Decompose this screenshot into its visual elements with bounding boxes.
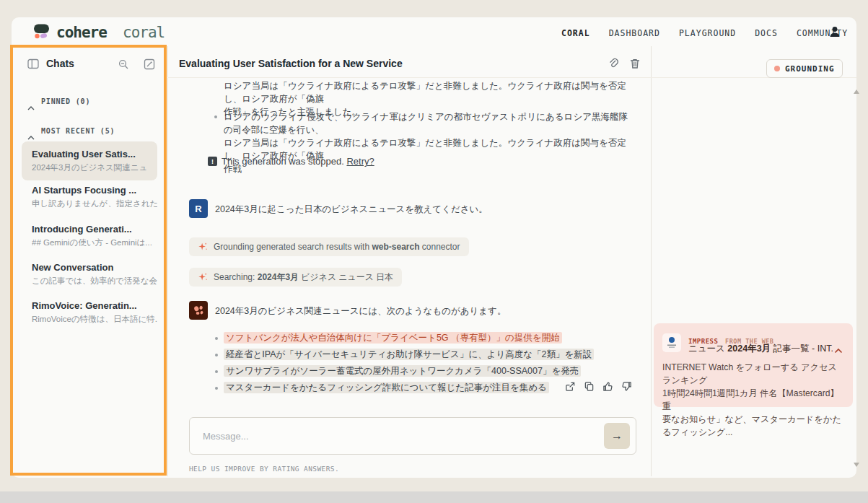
bot-bullet-citation[interactable]: ソフトバンクが法人や自治体向けに「プライベート5G （専有型）」の提供を開始 bbox=[224, 331, 562, 344]
chat-item-preview: RimoVoiceの特徴は、日本語に特... bbox=[32, 314, 157, 325]
chat-item-preview: 2024年3月のビジネス関連ニュース... bbox=[32, 162, 147, 173]
bot-message-intro: 2024年3月のビジネス関連ニュースには、次のようなものがあります。 bbox=[215, 305, 506, 318]
message-actions bbox=[565, 381, 632, 392]
pill-text-prefix: Grounding generated search results with bbox=[214, 242, 372, 252]
conversation-title: Evaluating User Satisfaction for a New S… bbox=[179, 58, 403, 69]
pill-text-suffix: ビジネス ニュース 日本 bbox=[299, 272, 393, 282]
grounding-button[interactable]: GROUNDING bbox=[766, 59, 843, 78]
chat-item-title: Evaluating User Satis... bbox=[32, 149, 147, 159]
pill-text-suffix: connector bbox=[420, 242, 460, 252]
nav-link-coral[interactable]: CORAL bbox=[561, 28, 590, 38]
retry-link[interactable]: Retry? bbox=[346, 156, 374, 167]
product-name: coral bbox=[123, 24, 165, 41]
chat-item-preview: ## Geminiの使い方 - Geminiは... bbox=[32, 237, 157, 248]
sidebar-toggle-icon[interactable] bbox=[27, 58, 39, 72]
rating-footer-note: HELP US IMPROVE BY RATING ANSWERS. bbox=[189, 465, 339, 473]
send-button[interactable]: → bbox=[604, 423, 630, 449]
stopped-notice: This generation was stopped. Retry? bbox=[222, 156, 374, 167]
chat-item-title: New Conversation bbox=[32, 262, 157, 273]
citation-card[interactable]: IMPRESS FROM THE WEB ニュース 2024年3月 記事一覧 -… bbox=[654, 323, 853, 407]
pill-text-prefix: Searching: bbox=[214, 272, 258, 282]
message-input[interactable] bbox=[201, 418, 594, 454]
message-composer: → bbox=[189, 417, 636, 455]
bullet-dot bbox=[215, 354, 218, 357]
citation-title[interactable]: ニュース 2024年3月 記事一覧 - INT... bbox=[688, 343, 833, 355]
scrollbar-down-arrow[interactable] bbox=[854, 463, 859, 467]
citation-snippet-line: 1時間24時間1週間1カ月 件名【Mastercard】重 bbox=[662, 387, 844, 413]
bot-bullet: マスターカードをかたるフィッシング詐欺について報じた記事が注目を集める bbox=[224, 381, 549, 394]
chat-item-title: RimoVoice: Generatin... bbox=[32, 300, 157, 311]
bullet-dot bbox=[214, 115, 217, 118]
citation-snippet: INTERNET Watch をフォローする アクセスランキング 1時間24時間… bbox=[662, 361, 844, 439]
chat-item-preview: この記事では、効率的で活発な会... bbox=[32, 276, 157, 287]
page-background: cohere coral CORAL DASHBOARD PLAYGROUND … bbox=[0, 0, 868, 503]
sparkle-icon bbox=[198, 272, 208, 282]
grounding-dot-icon bbox=[774, 66, 780, 71]
citation-title-prefix: ニュース bbox=[688, 344, 727, 354]
message-line: ロシア当局は「ウクライナ政府によるテロ攻撃」だと非難しました。ウクライナ政府は関… bbox=[224, 79, 628, 105]
thumbs-down-icon[interactable] bbox=[621, 381, 632, 392]
section-pinned[interactable]: PINNED (0) bbox=[41, 97, 90, 105]
nav-link-dashboard[interactable]: DASHBOARD bbox=[609, 28, 660, 38]
warning-icon: ! bbox=[208, 157, 217, 166]
thumbs-up-icon[interactable] bbox=[602, 381, 613, 392]
nav-link-playground[interactable]: PLAYGROUND bbox=[679, 28, 736, 38]
sidebar-chat-item[interactable]: Introducing Generati... ## Geminiの使い方 - … bbox=[32, 224, 157, 248]
share-icon[interactable] bbox=[565, 381, 576, 392]
bullet-highlight: サンワサプライがソーラー蓄電式の屋外用ネットワークカメラ「400-SSA007」… bbox=[224, 365, 581, 377]
citation-title-suffix: 記事一覧 - INT... bbox=[771, 344, 833, 354]
chevron-up-icon[interactable] bbox=[27, 100, 35, 113]
grounding-button-label: GROUNDING bbox=[785, 64, 835, 74]
bullet-dot bbox=[215, 370, 218, 373]
citation-snippet-line: 要なお知らせ」など、マスターカードをかたるフィッシング... bbox=[662, 413, 844, 439]
sidebar-chat-item[interactable]: New Conversation この記事では、効率的で活発な会... bbox=[32, 262, 157, 287]
sidebar-title: Chats bbox=[46, 58, 74, 69]
nav-link-docs[interactable]: DOCS bbox=[755, 28, 778, 38]
source-favicon bbox=[662, 333, 681, 352]
user-avatar: R bbox=[189, 199, 208, 218]
user-account-icon[interactable] bbox=[828, 25, 841, 41]
bullet-dot bbox=[215, 337, 218, 340]
bottom-bar bbox=[0, 491, 868, 503]
pill-text: Searching: 2024年3月 ビジネス ニュース 日本 bbox=[214, 271, 393, 284]
scrollbar-up-arrow[interactable] bbox=[854, 89, 859, 94]
sidebar-divider bbox=[167, 46, 168, 476]
pill-text: Grounding generated search results with … bbox=[214, 242, 460, 252]
brand-name: cohere bbox=[56, 24, 107, 41]
citation-snippet-line: INTERNET Watch をフォローする アクセスランキング bbox=[662, 361, 844, 387]
section-most-recent[interactable]: MOST RECENT (5) bbox=[41, 127, 115, 135]
bullet-highlight: 経産省とIPAが「サイバーセキュリティお助け隊サービス」に、より高度な「2類」を… bbox=[224, 349, 594, 360]
sidebar-chat-item-selected[interactable]: Evaluating User Satis... 2024年3月のビジネス関連ニ… bbox=[22, 141, 157, 180]
pill-text-bold: 2024年3月 bbox=[258, 272, 299, 282]
share-link-icon[interactable] bbox=[608, 58, 619, 72]
pill-text-bold: web-search bbox=[372, 242, 419, 252]
chat-item-title: AI Startups Focusing ... bbox=[32, 185, 157, 196]
collapse-chevron-icon[interactable] bbox=[834, 344, 843, 357]
right-panel-divider bbox=[651, 46, 652, 476]
user-message-text: 2024年3月に起こった日本のビジネスニュースを教えてください。 bbox=[215, 203, 488, 216]
search-chats-icon[interactable] bbox=[118, 58, 129, 73]
citation-highlight[interactable]: ソフトバンクが法人や自治体向けに「プライベート5G （専有型）」の提供を開始 bbox=[224, 332, 562, 344]
send-arrow-icon: → bbox=[611, 429, 623, 442]
grounding-status-pill: Grounding generated search results with … bbox=[189, 237, 469, 256]
message-line: ロシアのウクライナ侵攻で、ウクライナ軍はクリミアの都市セヴァストポリにあるロシア… bbox=[224, 110, 628, 136]
bullet-dot bbox=[215, 387, 218, 390]
sidebar-chat-item[interactable]: RimoVoice: Generatin... RimoVoiceの特徴は、日本… bbox=[32, 300, 157, 325]
bullet-highlight: マスターカードをかたるフィッシング詐欺について報じた記事が注目を集める bbox=[224, 382, 549, 393]
chat-item-preview: 申し訳ありませんが、指定された UR... bbox=[32, 198, 157, 209]
stopped-notice-text: This generation was stopped. bbox=[222, 156, 346, 167]
sparkle-icon bbox=[198, 242, 208, 252]
chat-item-title: Introducing Generati... bbox=[32, 224, 157, 235]
bot-avatar-cohere-icon bbox=[189, 301, 208, 320]
delete-conversation-icon[interactable] bbox=[629, 58, 641, 72]
citation-title-bold: 2024年3月 bbox=[727, 344, 771, 354]
nav-links: CORAL DASHBOARD PLAYGROUND DOCS COMMUNIT… bbox=[561, 28, 848, 38]
header-divider bbox=[167, 77, 856, 78]
bot-bullet: サンワサプライがソーラー蓄電式の屋外用ネットワークカメラ「400-SSA007」… bbox=[224, 364, 581, 377]
sidebar-chat-item[interactable]: AI Startups Focusing ... 申し訳ありませんが、指定された… bbox=[32, 185, 157, 209]
bot-bullet: 経産省とIPAが「サイバーセキュリティお助け隊サービス」に、より高度な「2類」を… bbox=[224, 348, 594, 361]
new-chat-icon[interactable] bbox=[144, 58, 155, 73]
cohere-logo-icon[interactable] bbox=[33, 24, 51, 40]
searching-status-pill: Searching: 2024年3月 ビジネス ニュース 日本 bbox=[189, 268, 402, 287]
copy-icon[interactable] bbox=[584, 381, 595, 392]
